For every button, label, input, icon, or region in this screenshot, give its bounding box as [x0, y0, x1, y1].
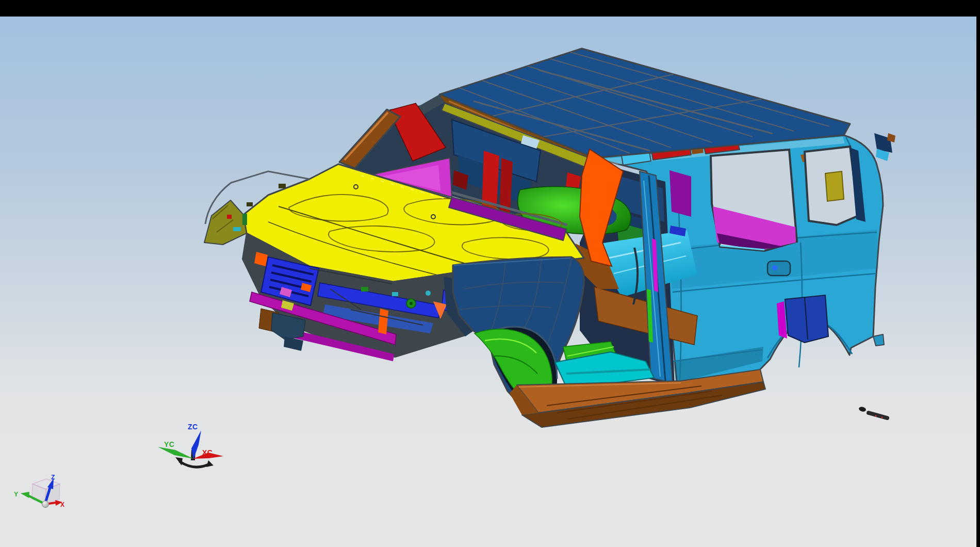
right-black-bar: [976, 0, 980, 547]
window-bracket: [825, 171, 844, 201]
rear-door-window[interactable]: [711, 150, 797, 251]
debris-red-dot2: [881, 416, 883, 418]
top-black-bar: [0, 0, 980, 17]
view-origin-sphere[interactable]: [42, 501, 49, 508]
tip-red-dot: [227, 215, 232, 219]
wcs-xc-label: XC: [202, 448, 213, 457]
handle-glint: [772, 265, 777, 270]
wcs-zc-label: ZC: [188, 423, 198, 431]
mount-center: [410, 302, 413, 305]
debris-red-dot: [875, 415, 876, 416]
view-x-label: X: [60, 501, 64, 508]
door-handle[interactable]: [767, 261, 790, 276]
interior-purple-trim: [669, 170, 691, 217]
cad-3d-viewport[interactable]: ZC YC XC Z Y X: [0, 0, 980, 547]
application-window: ZC YC XC Z Y X: [0, 0, 980, 547]
wcs-yc-label: YC: [164, 440, 174, 448]
view-z-label: Z: [51, 474, 55, 481]
tip-green-strip: [242, 214, 247, 225]
view-y-label: Y: [14, 491, 18, 498]
quarter-bottom-tab: [873, 334, 884, 346]
tip-teal-dot: [233, 227, 241, 231]
quarter-window[interactable]: [805, 147, 865, 225]
